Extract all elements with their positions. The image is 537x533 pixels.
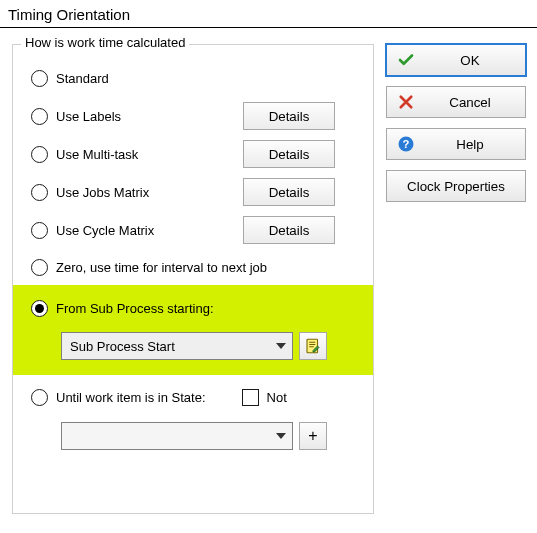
option-multitask-row: Use Multi-task Details bbox=[23, 135, 363, 173]
dialog-body: How is work time calculated Standard Use… bbox=[0, 28, 537, 514]
option-from-sub-row: From Sub Process starting: bbox=[23, 289, 363, 327]
window-title: Timing Orientation bbox=[0, 0, 537, 27]
state-combo-row: + bbox=[23, 417, 363, 455]
radio-use-jobs-matrix[interactable] bbox=[31, 184, 48, 201]
option-cycle-matrix-row: Use Cycle Matrix Details bbox=[23, 211, 363, 249]
groupbox-work-time: How is work time calculated Standard Use… bbox=[12, 44, 374, 514]
checkbox-not-label: Not bbox=[267, 390, 287, 405]
sub-process-dropdown[interactable]: Sub Process Start bbox=[61, 332, 293, 360]
radio-from-sub-process[interactable] bbox=[31, 300, 48, 317]
sub-process-selected: Sub Process Start bbox=[70, 339, 175, 354]
cancel-button[interactable]: Cancel bbox=[386, 86, 526, 118]
question-icon: ? bbox=[397, 135, 415, 153]
radio-standard-label: Standard bbox=[56, 71, 109, 86]
add-state-button[interactable]: + bbox=[299, 422, 327, 450]
help-label: Help bbox=[425, 137, 515, 152]
radio-zero-label: Zero, use time for interval to next job bbox=[56, 260, 267, 275]
chevron-down-icon bbox=[276, 433, 286, 439]
check-icon bbox=[397, 51, 415, 69]
option-standard-row: Standard bbox=[23, 59, 363, 97]
svg-text:?: ? bbox=[403, 138, 410, 150]
details-button-jobs[interactable]: Details bbox=[243, 178, 335, 206]
radio-zero[interactable] bbox=[31, 259, 48, 276]
radio-standard[interactable] bbox=[31, 70, 48, 87]
details-button-cycle[interactable]: Details bbox=[243, 216, 335, 244]
details-button-labels[interactable]: Details bbox=[243, 102, 335, 130]
ok-button[interactable]: OK bbox=[386, 44, 526, 76]
highlighted-selection: From Sub Process starting: Sub Process S… bbox=[13, 285, 373, 375]
radio-use-jobs-matrix-label: Use Jobs Matrix bbox=[56, 185, 149, 200]
right-column: OK Cancel ? Help Clock Properties bbox=[386, 38, 526, 514]
ok-label: OK bbox=[425, 53, 515, 68]
edit-sub-process-button[interactable] bbox=[299, 332, 327, 360]
radio-use-cycle-matrix-label: Use Cycle Matrix bbox=[56, 223, 154, 238]
clock-properties-button[interactable]: Clock Properties bbox=[386, 170, 526, 202]
option-labels-row: Use Labels Details bbox=[23, 97, 363, 135]
groupbox-legend: How is work time calculated bbox=[21, 35, 189, 50]
option-jobs-matrix-row: Use Jobs Matrix Details bbox=[23, 173, 363, 211]
radio-use-multitask-label: Use Multi-task bbox=[56, 147, 138, 162]
radio-use-multitask[interactable] bbox=[31, 146, 48, 163]
help-button[interactable]: ? Help bbox=[386, 128, 526, 160]
dialog-window: Timing Orientation How is work time calc… bbox=[0, 0, 537, 533]
details-button-multitask[interactable]: Details bbox=[243, 140, 335, 168]
radio-use-cycle-matrix[interactable] bbox=[31, 222, 48, 239]
cross-icon bbox=[397, 93, 415, 111]
checkbox-not[interactable] bbox=[242, 389, 259, 406]
option-zero-row: Zero, use time for interval to next job bbox=[23, 249, 363, 285]
cancel-label: Cancel bbox=[425, 95, 515, 110]
sub-process-combo-row: Sub Process Start bbox=[23, 327, 363, 365]
clock-label: Clock Properties bbox=[397, 179, 515, 194]
radio-until-state[interactable] bbox=[31, 389, 48, 406]
radio-use-labels[interactable] bbox=[31, 108, 48, 125]
radio-until-state-label: Until work item is in State: bbox=[56, 390, 206, 405]
radio-use-labels-label: Use Labels bbox=[56, 109, 121, 124]
note-icon bbox=[304, 337, 322, 355]
option-until-state-row: Until work item is in State: Not bbox=[23, 377, 363, 417]
state-dropdown[interactable] bbox=[61, 422, 293, 450]
chevron-down-icon bbox=[276, 343, 286, 349]
radio-from-sub-label: From Sub Process starting: bbox=[56, 301, 214, 316]
